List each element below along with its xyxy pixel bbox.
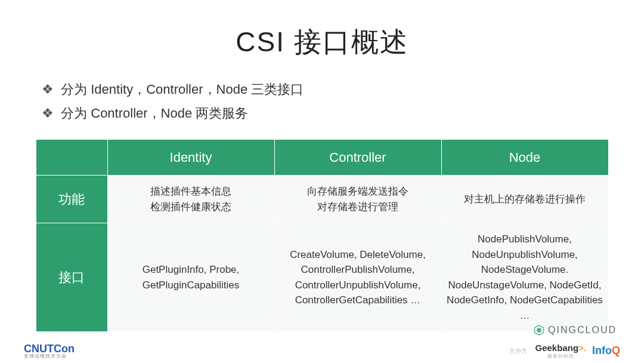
- table-row: 功能 描述插件基本信息检测插件健康状态 向存储服务端发送指令对存储卷进行管理 对…: [36, 176, 608, 223]
- infoq-text-a: Info: [592, 344, 612, 356]
- bullet-item: ❖ 分为 Controller，Node 两类服务: [42, 101, 614, 125]
- col-header-identity: Identity: [107, 140, 274, 176]
- table-header-row: Identity Controller Node: [36, 140, 608, 176]
- col-header-controller: Controller: [274, 140, 441, 176]
- qingcloud-logo: QINGCLOUD: [534, 325, 617, 336]
- table-row: 接口 GetPluginInfo, Probe, GetPluginCapabi…: [36, 223, 608, 332]
- geekbang-logo: Geekbang>. 极客邦科技: [535, 343, 586, 359]
- footer-sponsors: 主办方 Geekbang>. 极客邦科技 InfoQ: [509, 343, 620, 359]
- bullet-list: ❖ 分为 Identity，Controller，Node 三类接口 ❖ 分为 …: [42, 78, 614, 125]
- geekbang-text: Geekbang: [535, 343, 579, 353]
- row-header-function: 功能: [36, 176, 107, 223]
- bullet-text: 分为 Identity，Controller，Node 三类接口: [61, 82, 304, 97]
- svg-marker-1: [537, 328, 541, 333]
- slide-title: CSI 接口概述: [30, 24, 614, 61]
- geekbang-subtitle: 极客邦科技: [535, 353, 586, 359]
- bullet-item: ❖ 分为 Identity，Controller，Node 三类接口: [42, 78, 614, 101]
- bullet-icon: ❖: [42, 78, 57, 101]
- infoq-text-b: Q: [612, 344, 620, 356]
- cnutcon-subtitle: 全球运维技术大会: [24, 354, 75, 359]
- sponsor-label: 主办方: [509, 347, 527, 355]
- cell: GetPluginInfo, Probe, GetPluginCapabilit…: [107, 223, 274, 332]
- table-corner: [36, 140, 107, 176]
- cnutcon-logo: CNUTCon 全球运维技术大会: [24, 343, 75, 359]
- footer: CNUTCon 全球运维技术大会 主办方 Geekbang>. 极客邦科技 In…: [0, 338, 644, 363]
- cell: CreateVolume, DeleteVolume, ControllerPu…: [274, 223, 441, 332]
- cell: 向存储服务端发送指令对存储卷进行管理: [274, 176, 441, 223]
- bullet-icon: ❖: [42, 101, 57, 125]
- csi-table: Identity Controller Node 功能 描述插件基本信息检测插件…: [36, 139, 609, 332]
- bullet-text: 分为 Controller，Node 两类服务: [61, 106, 248, 121]
- row-header-interface: 接口: [36, 223, 107, 332]
- cell: 对主机上的存储卷进行操作: [441, 176, 608, 223]
- geekbang-chevron-icon: >.: [578, 343, 586, 353]
- infoq-logo: InfoQ: [592, 344, 620, 357]
- cell: 描述插件基本信息检测插件健康状态: [107, 176, 274, 223]
- qingcloud-icon: [534, 325, 544, 336]
- col-header-node: Node: [441, 140, 608, 176]
- qingcloud-text: QINGCLOUD: [548, 325, 617, 336]
- cell: NodePublishVolume, NodeUnpublishVolume, …: [441, 223, 608, 332]
- slide: CSI 接口概述 ❖ 分为 Identity，Controller，Node 三…: [0, 0, 644, 363]
- cnutcon-text: CNUTCon: [24, 343, 75, 355]
